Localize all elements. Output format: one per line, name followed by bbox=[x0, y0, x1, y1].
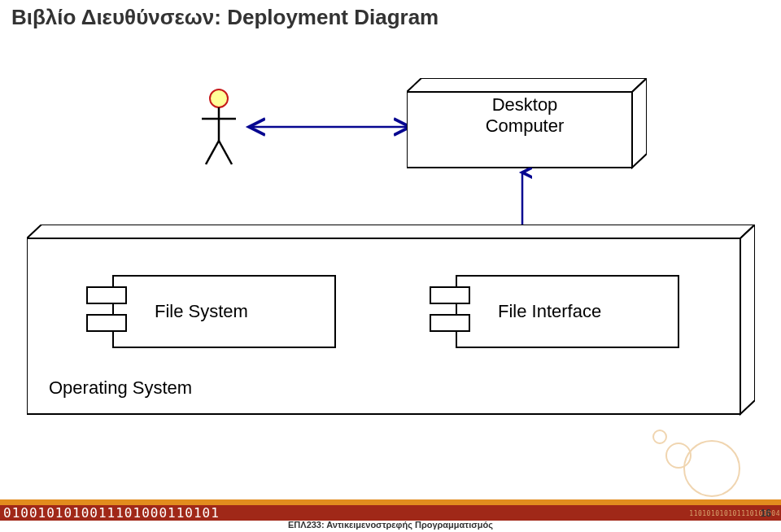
slide-footer: 0100101010011101000110101 11010101010111… bbox=[0, 483, 781, 532]
svg-line-3 bbox=[206, 141, 219, 164]
component-tab-icon bbox=[86, 286, 127, 304]
component-tab-icon bbox=[86, 314, 127, 332]
page-number: 16 bbox=[761, 508, 771, 519]
footer-binary-strip: 0100101010011101000110101 bbox=[0, 505, 781, 521]
desktop-label-line1: Desktop bbox=[492, 94, 558, 115]
page-title: Βιβλίο Διευθύνσεων: Deployment Diagram bbox=[11, 5, 438, 30]
file-system-label: File System bbox=[155, 301, 248, 322]
desktop-label-line2: Computer bbox=[486, 116, 565, 136]
component-tab-icon bbox=[430, 314, 470, 332]
svg-marker-6 bbox=[407, 78, 647, 92]
svg-marker-7 bbox=[632, 78, 647, 168]
file-interface-component: File Interface bbox=[456, 275, 679, 348]
svg-line-4 bbox=[219, 141, 232, 164]
deployment-diagram: Desktop Computer File System File In bbox=[0, 37, 781, 483]
operating-system-label: Operating System bbox=[49, 377, 192, 399]
desktop-computer-label: Desktop Computer bbox=[452, 94, 598, 137]
footer-course-label: ΕΠΛ233: Αντικειμενοστρεφής Προγραμματισμ… bbox=[0, 520, 781, 530]
actor-icon bbox=[199, 88, 238, 169]
connector-actor-desktop bbox=[244, 117, 415, 137]
file-system-component: File System bbox=[112, 275, 336, 348]
svg-marker-11 bbox=[740, 225, 755, 414]
svg-marker-10 bbox=[27, 225, 755, 238]
file-interface-label: File Interface bbox=[498, 301, 601, 322]
svg-point-0 bbox=[210, 89, 228, 107]
component-tab-icon bbox=[430, 286, 470, 304]
